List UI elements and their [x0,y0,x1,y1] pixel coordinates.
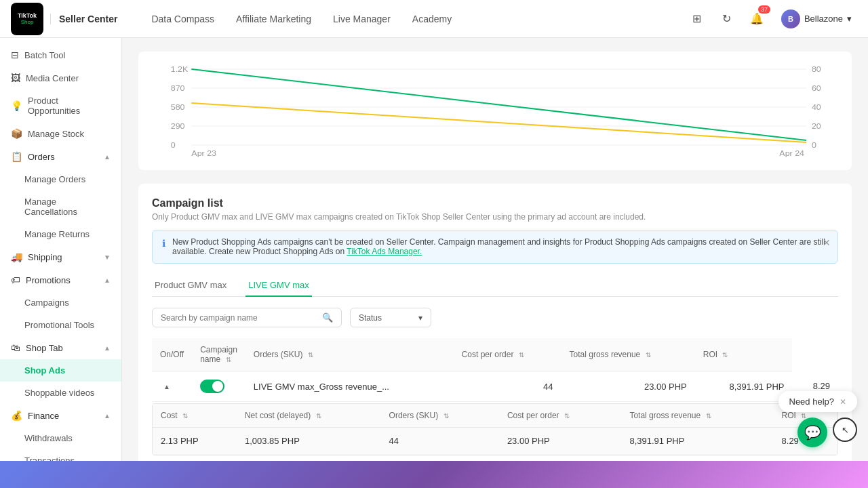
campaign-section: Campaign list Only Product GMV max and L… [138,184,852,488]
status-select[interactable]: Status ▾ [350,308,431,327]
user-name: Bellazone [804,14,843,24]
cell-orders: 44 [454,371,561,402]
sort-nested-orders-icon[interactable]: ⇅ [443,412,449,420]
layout: ⊟ Batch Tool 🖼 Media Center 💡 Product Op… [0,38,868,488]
cursor-btn[interactable]: ↖ [833,418,857,442]
sidebar-item-promotional-tools[interactable]: Promotional Tools [0,314,121,336]
need-help-text: Need help? [789,396,835,407]
nested-table-container: Cost ⇅ Net cost (delayed) ⇅ Orders (SKU)… [152,403,838,455]
sidebar-section-orders[interactable]: 📋 Orders ▲ [0,145,121,168]
svg-text:80: 80 [812,65,821,73]
svg-text:Apr 23: Apr 23 [191,149,216,157]
notification-btn[interactable]: 🔔 37 [746,8,768,30]
shipping-icon: 🚚 [11,251,22,262]
bottom-bar [0,461,868,488]
sidebar-item-shoppable-videos[interactable]: Shoppable videos [0,382,121,404]
promotions-label: Promotions [26,275,71,285]
sort-revenue-icon[interactable]: ⇅ [646,351,651,359]
nested-cell-orders: 44 [381,428,499,455]
table-header-row: On/Off Campaign name ⇅ Orders (SKU) ⇅ Co… [152,338,838,371]
sidebar-item-label: Manage Cancellations [24,197,111,217]
orders-label: Orders [28,152,55,162]
help-bubble: Need help? ✕ [778,391,858,412]
expand-row-btn[interactable]: ▲ [160,380,174,393]
sort-orders-icon[interactable]: ⇅ [308,351,313,359]
shipping-chevron-icon: ▼ [104,253,111,261]
banner-link[interactable]: TikTok Ads Manager. [347,247,422,256]
table-row: ▲ LIVE GMV max_Gross revenue_... 44 23.0… [152,371,838,402]
info-banner: ℹ New Product Shopping Ads campaigns can… [152,230,838,264]
sidebar-section-shipping[interactable]: 🚚 Shipping ▼ [0,245,121,268]
sidebar-item-manage-stock[interactable]: 📦 Manage Stock [0,122,121,145]
nested-table-row: 2.13 PHP 1,003.85 PHP 44 23.00 PHP 8,391… [153,428,837,455]
sidebar-item-product-opportunities[interactable]: 💡 Product Opportunities [0,89,121,122]
manage-stock-icon: 📦 [11,128,22,139]
svg-text:60: 60 [812,84,821,92]
tiktok-logo: TikTok Shop [11,3,43,35]
banner-close-btn[interactable]: ✕ [823,237,831,248]
campaign-toggle[interactable] [200,380,224,393]
seller-center-label: Seller Center [50,14,117,24]
campaign-list-subtitle: Only Product GMV max and LIVE GMV max ca… [152,212,838,222]
logo-tiktok-text: TikTok [18,12,37,19]
help-bubble-close-btn[interactable]: ✕ [840,397,846,407]
sort-nested-revenue-icon[interactable]: ⇅ [706,412,711,420]
sidebar-section-shop-tab[interactable]: 🛍 Shop Tab ▲ [0,336,121,359]
search-box[interactable]: 🔍 [152,308,342,327]
info-icon: ℹ [162,238,165,249]
product-opp-icon: 💡 [11,100,22,111]
sidebar-item-manage-orders[interactable]: Manage Orders [0,168,121,190]
sort-cost-icon[interactable]: ⇅ [519,351,524,359]
svg-text:580: 580 [171,103,185,111]
help-chat-btn[interactable]: 💬 [797,418,827,447]
logo-area[interactable]: TikTok Shop Seller Center [11,3,117,35]
status-label: Status [359,313,382,323]
toggle-knob [212,381,223,392]
sort-campaign-name-icon[interactable]: ⇅ [226,356,231,363]
sidebar-item-batch-tool[interactable]: ⊟ Batch Tool [0,43,121,66]
banner-text: New Product Shopping Ads campaigns can't… [172,237,828,256]
svg-text:Apr 24: Apr 24 [779,149,804,157]
grid-icon-btn[interactable]: ⊞ [686,8,708,30]
notification-badge: 37 [758,5,770,14]
sort-roi-icon[interactable]: ⇅ [722,351,728,359]
status-chevron-icon: ▾ [418,313,422,323]
user-menu[interactable]: B Bellazone ▾ [776,7,857,31]
sidebar-item-manage-cancellations[interactable]: Manage Cancellations [0,190,121,223]
nested-cell-cost: 2.13 PHP [153,428,237,455]
nested-cell-revenue: 8,391.91 PHP [621,428,773,455]
nested-header-row: Cost ⇅ Net cost (delayed) ⇅ Orders (SKU)… [153,404,837,428]
tab-product-gmv[interactable]: Product GMV max [152,274,229,297]
cell-toggle [192,371,245,402]
sidebar-item-shop-ads[interactable]: Shop Ads [0,359,121,382]
sidebar-section-promotions[interactable]: 🏷 Promotions ▲ [0,268,121,291]
orders-icon: 📋 [11,151,22,162]
main-content: 1.2K 870 580 290 0 80 60 40 20 0 [122,38,868,488]
sidebar-section-finance[interactable]: 💰 Finance ▲ [0,404,121,427]
sidebar-item-manage-returns[interactable]: Manage Returns [0,223,121,245]
th-orders-sku: Orders (SKU) ⇅ [245,338,454,371]
svg-text:1.2K: 1.2K [171,65,189,73]
sidebar-item-label: Shop Ads [24,365,65,375]
sort-net-cost-icon[interactable]: ⇅ [316,412,321,420]
nth-cost-per-order: Cost per order ⇅ [499,404,622,428]
tab-live-gmv[interactable]: LIVE GMV max [245,274,312,297]
cell-expand[interactable]: ▲ [152,371,192,402]
top-nav: TikTok Shop Seller Center Data Compass A… [0,0,868,38]
search-input[interactable] [161,313,318,323]
nth-cost: Cost ⇅ [153,404,237,428]
nav-link-live-manager[interactable]: Live Manager [323,8,400,30]
sidebar-item-campaigns[interactable]: Campaigns [0,291,121,314]
sidebar-item-label: Batch Tool [24,50,65,60]
sidebar-item-media-center[interactable]: 🖼 Media Center [0,66,121,89]
promotions-icon: 🏷 [11,274,20,285]
nav-link-academy[interactable]: Academy [403,8,461,30]
sidebar-item-withdrawals[interactable]: Withdrawals [0,427,121,449]
orders-chevron-icon: ▲ [104,153,111,161]
nav-link-data-compass[interactable]: Data Compass [142,8,224,30]
sort-cost-nested-icon[interactable]: ⇅ [182,412,188,420]
sidebar-item-label: Promotional Tools [24,320,94,330]
sort-nested-cpo-icon[interactable]: ⇅ [564,412,570,420]
refresh-icon-btn[interactable]: ↻ [716,8,738,30]
nav-link-affiliate-marketing[interactable]: Affiliate Marketing [226,8,321,30]
